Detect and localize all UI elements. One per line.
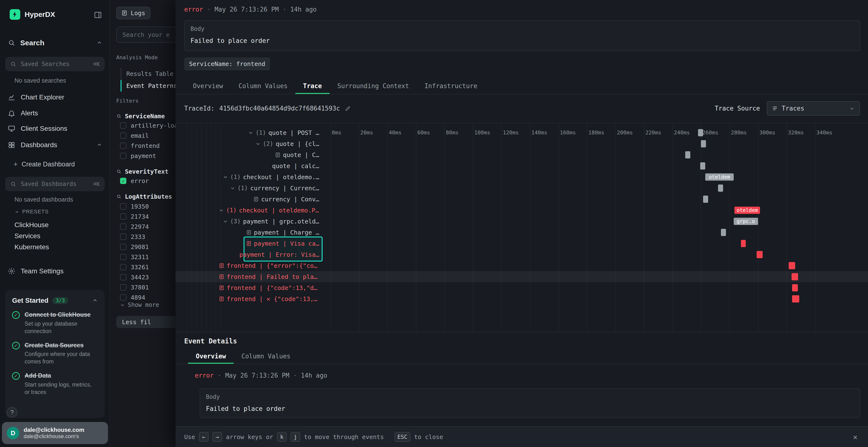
span-row[interactable]: payment | Error: Visa… bbox=[219, 249, 319, 260]
span-row[interactable]: payment | Charge … bbox=[219, 227, 319, 238]
chevron-down-icon[interactable] bbox=[219, 208, 224, 213]
mode-event-patterns[interactable]: Event Patterns bbox=[121, 80, 177, 92]
sidebar-item-clickhouse[interactable]: ClickHouse bbox=[14, 219, 49, 231]
chevron-down-icon[interactable] bbox=[255, 141, 260, 146]
sidebar-item-client-sessions[interactable]: Client Sessions bbox=[0, 122, 110, 136]
saved-searches-input[interactable]: ⌘K bbox=[5, 57, 105, 71]
checkbox[interactable] bbox=[120, 224, 126, 230]
span-duration-bar[interactable] bbox=[701, 140, 706, 147]
checkbox[interactable] bbox=[120, 143, 126, 149]
checkbox[interactable]: ✓ bbox=[120, 178, 126, 184]
span-duration-bar[interactable]: grpc.o bbox=[734, 218, 758, 225]
checkbox[interactable] bbox=[120, 294, 126, 301]
presets-toggle[interactable]: PRESETS bbox=[14, 209, 49, 215]
span-row[interactable]: (1)checkout | oteldemo.… bbox=[219, 171, 319, 182]
chevron-up-icon[interactable] bbox=[96, 40, 102, 46]
get-started-item[interactable]: ✓ Add Data Start sending logs, metrics, … bbox=[12, 372, 98, 396]
span-row[interactable]: (1)quote | POST … bbox=[219, 127, 319, 138]
saved-searches-field[interactable] bbox=[20, 60, 94, 68]
close-icon[interactable]: ✕ bbox=[853, 433, 858, 441]
span-duration-bar[interactable] bbox=[792, 273, 798, 280]
span-row[interactable]: frontend | Failed to place… bbox=[219, 271, 319, 282]
tab-overview[interactable]: Overview bbox=[185, 78, 231, 94]
span-duration-bar[interactable]: oteldem bbox=[705, 173, 734, 181]
checkbox[interactable] bbox=[120, 254, 126, 260]
tab-trace[interactable]: Trace bbox=[296, 78, 330, 94]
saved-dashboards-field[interactable] bbox=[20, 180, 94, 188]
checkbox[interactable] bbox=[120, 264, 126, 270]
tab-column-values[interactable]: Column Values bbox=[231, 78, 296, 94]
hyperdx-app: HyperDX Search ⌘K No saved searches bbox=[0, 0, 868, 447]
checkbox[interactable] bbox=[120, 234, 126, 240]
span-duration-bar[interactable] bbox=[698, 129, 703, 136]
sidebar-item-team-settings[interactable]: Team Settings bbox=[0, 264, 110, 278]
span-duration-bar[interactable] bbox=[792, 284, 798, 291]
tab-infrastructure[interactable]: Infrastructure bbox=[416, 78, 485, 94]
span-row[interactable]: (1)checkout | oteldemo.Pa… bbox=[219, 205, 319, 216]
event-relative-time: 14h ago bbox=[290, 6, 317, 13]
get-started-item[interactable]: ✓ Connect to ClickHouse Set up your data… bbox=[12, 311, 98, 335]
span-row[interactable]: frontend | ✕ {"code":13,"d… bbox=[219, 294, 319, 304]
chevron-up-icon[interactable] bbox=[92, 298, 98, 304]
trace-source-select[interactable]: Traces bbox=[767, 101, 860, 115]
span-duration-bar[interactable] bbox=[718, 184, 723, 192]
saved-dashboards-input[interactable]: ⌘K bbox=[5, 177, 105, 191]
span-row[interactable]: frontend | {"code":13,"det… bbox=[219, 282, 319, 294]
span-row[interactable]: (3)payment | grpc.oteld… bbox=[219, 216, 319, 227]
tab-surrounding-context[interactable]: Surrounding Context bbox=[330, 78, 416, 94]
checkbox[interactable] bbox=[120, 284, 126, 290]
span-duration-bar[interactable] bbox=[756, 251, 763, 258]
chevron-up-icon[interactable] bbox=[96, 142, 102, 148]
span-row[interactable]: payment | Visa ca… bbox=[219, 238, 319, 249]
sidebar-item-chart-explorer[interactable]: Chart Explorer bbox=[0, 90, 110, 105]
servicename-option-label: payment bbox=[131, 152, 156, 160]
span-row[interactable]: quote | calc… bbox=[219, 161, 319, 171]
source-select-button[interactable]: Logs bbox=[116, 7, 151, 19]
filter-group-severitytext[interactable]: SeverityText bbox=[116, 167, 168, 176]
checkbox[interactable] bbox=[120, 203, 126, 209]
span-row[interactable]: (1)currency | Currenc… bbox=[219, 182, 319, 194]
sidebar-item-services[interactable]: Services bbox=[14, 230, 40, 242]
filter-group-logattributes[interactable]: LogAttributes bbox=[116, 192, 172, 201]
chevron-down-icon[interactable] bbox=[223, 175, 228, 179]
get-started-header[interactable]: Get Started 3/3 bbox=[12, 297, 98, 304]
chevron-down-icon[interactable] bbox=[230, 186, 235, 191]
span-row[interactable]: currency | Conv… bbox=[219, 194, 319, 205]
create-dashboard-button[interactable]: + Create Dashboard bbox=[13, 158, 75, 171]
sidebar-section-search[interactable]: Search bbox=[0, 36, 110, 50]
chevron-down-icon[interactable] bbox=[248, 130, 253, 135]
edit-pencil-icon[interactable] bbox=[345, 105, 351, 111]
show-more-toggle[interactable]: Show more bbox=[120, 302, 159, 308]
span-duration-bar[interactable] bbox=[792, 295, 799, 303]
span-row[interactable]: frontend | {"error":{"code… bbox=[219, 260, 319, 271]
user-menu[interactable]: D dale@clickhouse.com dale@clickhouse.co… bbox=[2, 422, 108, 444]
tab-event-overview[interactable]: Overview bbox=[188, 349, 234, 364]
sidebar-item-dashboards[interactable]: Dashboards bbox=[0, 138, 110, 152]
checkbox[interactable] bbox=[120, 133, 126, 139]
span-duration-bar[interactable] bbox=[685, 151, 690, 159]
tree-indent-line bbox=[211, 123, 211, 332]
sidebar-item-kubernetes[interactable]: Kubernetes bbox=[14, 241, 49, 253]
checkbox[interactable] bbox=[120, 244, 126, 250]
get-started-item[interactable]: ✓ Create Data Sources Configure where yo… bbox=[12, 341, 98, 366]
chevron-down-icon[interactable] bbox=[223, 219, 228, 224]
checkbox[interactable] bbox=[120, 213, 126, 220]
servicename-tag[interactable]: ServiceName: frontend bbox=[184, 57, 270, 70]
filter-group-servicename[interactable]: ServiceName bbox=[116, 111, 165, 121]
mode-results-table[interactable]: Results Table bbox=[121, 68, 174, 79]
checkbox[interactable] bbox=[120, 274, 126, 280]
span-duration-bar[interactable] bbox=[789, 262, 796, 269]
sidebar-collapse-icon[interactable] bbox=[93, 10, 103, 20]
span-row[interactable]: quote | C… bbox=[219, 149, 319, 161]
span-duration-bar[interactable] bbox=[703, 196, 708, 203]
checkbox[interactable] bbox=[120, 122, 126, 129]
span-duration-bar[interactable]: oteldem bbox=[735, 207, 760, 214]
span-row[interactable]: (2)quote | {cl… bbox=[219, 138, 319, 149]
tab-event-column-values[interactable]: Column Values bbox=[234, 349, 298, 364]
help-button[interactable]: ? bbox=[7, 407, 18, 418]
sidebar-item-alerts[interactable]: Alerts bbox=[0, 106, 110, 121]
span-duration-bar[interactable] bbox=[721, 229, 726, 236]
span-duration-bar[interactable] bbox=[741, 240, 746, 247]
span-duration-bar[interactable] bbox=[700, 162, 705, 170]
checkbox[interactable] bbox=[120, 153, 126, 159]
